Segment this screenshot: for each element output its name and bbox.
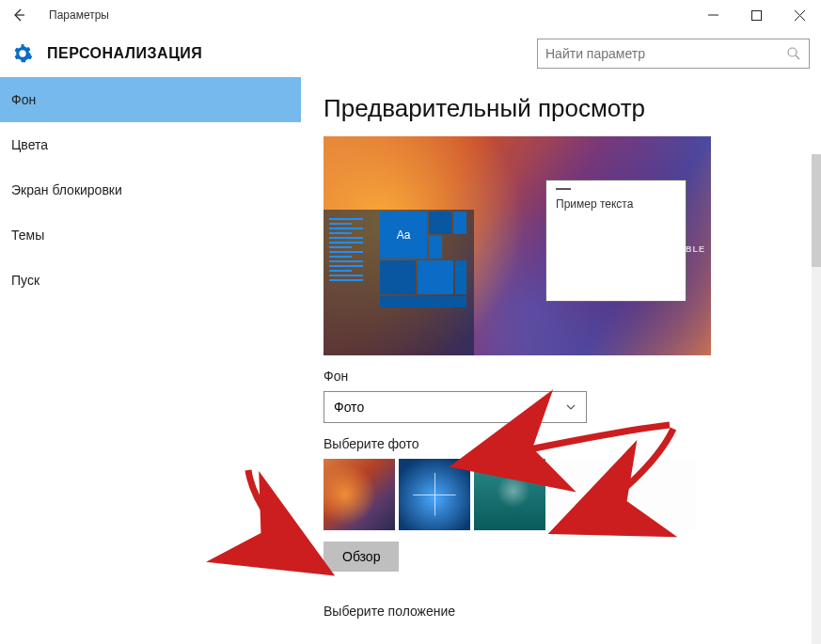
sidebar: Фон Цвета Экран блокировки Темы Пуск bbox=[0, 77, 301, 644]
sidebar-item-label: Пуск bbox=[11, 273, 39, 288]
choose-fit-label: Выберите положение bbox=[324, 604, 798, 619]
gear-icon bbox=[11, 42, 34, 65]
sidebar-item-lockscreen[interactable]: Экран блокировки bbox=[0, 167, 301, 212]
arrow-left-icon bbox=[11, 8, 26, 23]
svg-rect-2 bbox=[751, 10, 761, 20]
maximize-icon bbox=[751, 10, 762, 21]
thumbnail-2[interactable] bbox=[399, 459, 470, 530]
svg-point-5 bbox=[788, 48, 797, 56]
sidebar-item-colors[interactable]: Цвета bbox=[0, 122, 301, 167]
maximize-button[interactable] bbox=[734, 0, 778, 30]
close-button[interactable] bbox=[778, 0, 821, 30]
title-bar: Параметры bbox=[0, 0, 821, 30]
preview-sample-window: Пример текста bbox=[545, 180, 687, 302]
sidebar-item-label: Фон bbox=[11, 92, 36, 107]
title-bar-left: Параметры bbox=[4, 0, 109, 30]
main-layout: Фон Цвета Экран блокировки Темы Пуск Пре… bbox=[0, 77, 821, 644]
browse-button[interactable]: Обзор bbox=[324, 542, 399, 572]
sidebar-item-themes[interactable]: Темы bbox=[0, 212, 301, 258]
content-area: Предварительный просмотр Aa Пример текст… bbox=[301, 77, 821, 644]
back-button[interactable] bbox=[4, 0, 34, 30]
preview-app-list bbox=[329, 215, 363, 284]
preview-sample-text: Пример текста bbox=[556, 197, 676, 211]
choose-photo-label: Выберите фото bbox=[324, 436, 798, 451]
search-input[interactable] bbox=[545, 46, 786, 61]
photo-thumbnails bbox=[324, 459, 798, 530]
preview-start-menu: Aa bbox=[324, 210, 474, 355]
page-title: ПЕРСОНАЛИЗАЦИЯ bbox=[47, 45, 202, 62]
svg-line-6 bbox=[796, 55, 799, 59]
chevron-down-icon bbox=[565, 401, 576, 413]
app-title: Параметры bbox=[49, 8, 109, 22]
header-row: ПЕРСОНАЛИЗАЦИЯ bbox=[0, 30, 821, 77]
sidebar-item-label: Темы bbox=[11, 228, 44, 243]
background-type-dropdown[interactable]: Фото bbox=[324, 391, 587, 423]
preview-heading: Предварительный просмотр bbox=[324, 94, 798, 123]
sidebar-item-label: Экран блокировки bbox=[11, 182, 122, 197]
thumbnail-3[interactable] bbox=[474, 459, 545, 530]
thumbnail-1[interactable] bbox=[324, 459, 395, 530]
desktop-preview: Aa Пример текста EDIBLE bbox=[324, 136, 711, 355]
scrollbar-thumb[interactable] bbox=[812, 154, 821, 267]
preview-tile-aa: Aa bbox=[380, 212, 427, 259]
thumbnail-5[interactable] bbox=[624, 459, 696, 530]
search-box[interactable] bbox=[537, 39, 810, 69]
vertical-scrollbar[interactable] bbox=[812, 154, 821, 644]
minimize-icon bbox=[708, 10, 718, 21]
sidebar-item-start[interactable]: Пуск bbox=[0, 258, 301, 303]
thumbnail-4[interactable] bbox=[549, 459, 621, 530]
preview-tiles: Aa bbox=[380, 212, 466, 322]
header-left: ПЕРСОНАЛИЗАЦИЯ bbox=[11, 42, 202, 65]
dropdown-value: Фото bbox=[334, 400, 364, 415]
preview-edge-text: EDIBLE bbox=[669, 244, 705, 254]
sidebar-item-label: Цвета bbox=[11, 137, 48, 152]
minimize-button[interactable] bbox=[691, 0, 734, 30]
search-icon bbox=[786, 46, 801, 61]
sidebar-item-background[interactable]: Фон bbox=[0, 77, 301, 122]
close-icon bbox=[795, 10, 805, 21]
background-label: Фон bbox=[324, 369, 798, 384]
window-controls bbox=[691, 0, 821, 30]
